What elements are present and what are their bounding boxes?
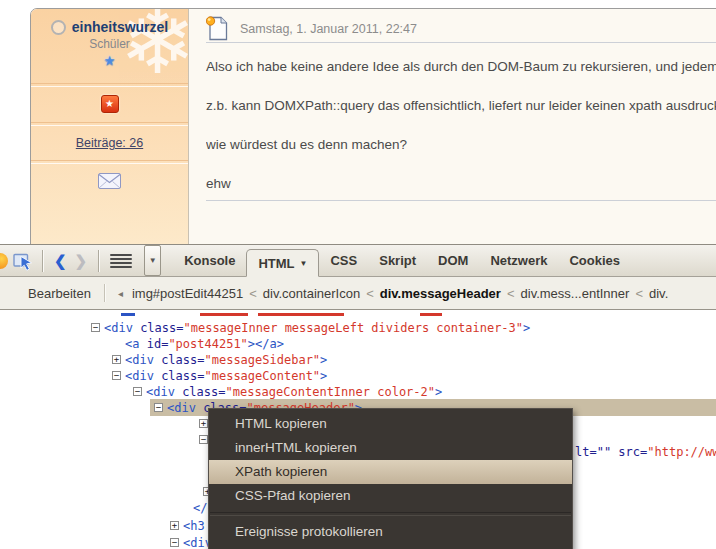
- breadcrumb-bar: Bearbeiten ◂ img#postEdit44251<div.conta…: [0, 277, 716, 310]
- tab-label: HTML: [258, 256, 294, 271]
- back-icon[interactable]: ❮: [50, 252, 71, 270]
- tab-label: Skript: [379, 253, 416, 268]
- clipped-row-fragment: [121, 313, 135, 316]
- tree-node-source: lt="" src="http://ww: [575, 444, 716, 460]
- tree-node-source: <a id="post44251"></a>: [125, 336, 284, 352]
- author-section: einheitswurzel Schüler ★: [31, 9, 188, 83]
- menu-item-innerhtml-kopieren[interactable]: innerHTML kopieren: [209, 436, 572, 460]
- tab-dom[interactable]: DOM: [427, 245, 479, 276]
- forum-post-region: ❄ einheitswurzel Schüler ★ ★ Beiträge: 2…: [0, 0, 716, 244]
- expand-toggle-icon[interactable]: +: [199, 419, 208, 428]
- firebug-icon[interactable]: [0, 253, 8, 269]
- author-name-link[interactable]: einheitswurzel: [72, 19, 168, 35]
- inspect-element-icon[interactable]: [13, 250, 35, 272]
- tab-skript[interactable]: Skript: [368, 245, 427, 276]
- email-icon[interactable]: [98, 173, 121, 189]
- posts-count-link[interactable]: Beiträge: 26: [76, 136, 143, 150]
- breadcrumb-item[interactable]: div.containerIcon: [263, 286, 360, 301]
- tab-html[interactable]: HTML▼: [246, 249, 319, 277]
- expand-toggle-icon[interactable]: −: [91, 323, 100, 332]
- tab-cookies[interactable]: Cookies: [558, 245, 631, 276]
- breadcrumb: img#postEdit44251<div.containerIcon<div.…: [132, 286, 716, 301]
- breadcrumb-item[interactable]: img#postEdit44251: [132, 286, 243, 301]
- menu-separator: [210, 512, 571, 516]
- tab-netzwerk[interactable]: Netzwerk: [479, 245, 558, 276]
- post-body: Also ich habe keine andere Idee als durc…: [206, 43, 716, 191]
- tab-css[interactable]: CSS: [319, 245, 368, 276]
- online-status-icon: [51, 20, 66, 35]
- tree-node-source: <div class="messageSidebar">: [125, 352, 327, 368]
- breadcrumb-chevron: <: [507, 286, 515, 301]
- breadcrumb-item[interactable]: div.mess...entInner: [521, 286, 630, 301]
- post-content: Samstag, 1. Januar 2011, 22:47 Also ich …: [189, 9, 716, 253]
- tree-node-source: <div class="messageInner messageLeft div…: [104, 320, 530, 336]
- clipped-row-fragment: [420, 313, 442, 316]
- clipped-row-fragment: [200, 313, 248, 316]
- firebug-toolbar: ❮ ❯ ▼ KonsoleHTML▼CSSSkriptDOMNetzwerkCo…: [0, 244, 716, 277]
- tree-node-row[interactable]: −<div class="messageContent">: [0, 368, 716, 384]
- post-header: Samstag, 1. Januar 2011, 22:47: [206, 9, 716, 42]
- post-author-sidebar: ❄ einheitswurzel Schüler ★ ★ Beiträge: 2…: [31, 9, 189, 253]
- badge-section: ★: [31, 87, 188, 122]
- tab-konsole[interactable]: Konsole: [173, 245, 246, 276]
- mail-section: [31, 164, 188, 193]
- tree-node-source: <h3: [183, 518, 205, 534]
- expand-toggle-icon[interactable]: +: [170, 521, 179, 530]
- breadcrumb-separator: [104, 284, 105, 302]
- chevron-down-icon[interactable]: ▼: [300, 259, 308, 268]
- award-badge-icon: ★: [101, 95, 119, 113]
- breadcrumb-chevron: <: [635, 286, 643, 301]
- menu-item-ereignisse-protokollieren[interactable]: Ereignisse protokollieren: [209, 520, 572, 544]
- menu-item-xpath-kopieren[interactable]: XPath kopieren: [209, 460, 572, 484]
- posts-section: Beiträge: 26: [31, 126, 188, 160]
- breadcrumb-chevron: <: [249, 286, 257, 301]
- toolbar-separator: [98, 250, 99, 272]
- post-end-divider: [206, 200, 716, 201]
- firebug-panel: ❮ ❯ ▼ KonsoleHTML▼CSSSkriptDOMNetzwerkCo…: [0, 244, 716, 549]
- post-timestamp: Samstag, 1. Januar 2011, 22:47: [240, 22, 417, 36]
- tab-label: DOM: [438, 253, 468, 268]
- menu-icon[interactable]: [110, 254, 132, 268]
- forward-icon[interactable]: ❯: [71, 252, 92, 270]
- tree-node-row[interactable]: −<div class="messageContentInner color-2…: [0, 384, 716, 400]
- tree-node-row[interactable]: −<div class="messageInner messageLeft di…: [0, 320, 716, 336]
- expand-toggle-icon[interactable]: −: [199, 435, 208, 444]
- post-container: ❄ einheitswurzel Schüler ★ ★ Beiträge: 2…: [30, 8, 716, 254]
- firebug-tabs: KonsoleHTML▼CSSSkriptDOMNetzwerkCookies: [173, 245, 631, 276]
- tree-node-row[interactable]: +<div class="messageSidebar">: [0, 352, 716, 368]
- breadcrumb-chevron: <: [366, 286, 374, 301]
- toolbar-separator: [42, 250, 43, 272]
- tree-node-source: <div class="messageContentInner color-2"…: [146, 384, 442, 400]
- breadcrumb-item[interactable]: div.: [649, 286, 668, 301]
- expand-toggle-icon[interactable]: +: [112, 355, 121, 364]
- tree-node-source: <div class="messageContent">: [125, 368, 327, 384]
- post-document-icon[interactable]: [206, 16, 228, 41]
- context-menu: HTML kopiereninnerHTML kopierenXPath kop…: [208, 408, 573, 549]
- clipped-row-fragment: [258, 313, 344, 316]
- menu-item-html-kopieren[interactable]: HTML kopieren: [209, 412, 572, 436]
- post-paragraph: Also ich habe keine andere Idee als durc…: [206, 59, 716, 74]
- breadcrumb-scroll-icon[interactable]: ◂: [118, 288, 123, 299]
- author-rank: Schüler: [31, 37, 188, 51]
- post-paragraph: wie würdest du es denn machen?: [206, 137, 716, 152]
- expand-toggle-icon[interactable]: −: [112, 371, 121, 380]
- tab-label: Konsole: [184, 253, 235, 268]
- tree-node-row[interactable]: <a id="post44251"></a>: [0, 336, 716, 352]
- tab-label: Cookies: [569, 253, 620, 268]
- tab-label: Netzwerk: [490, 253, 547, 268]
- post-paragraph: ehw: [206, 176, 716, 191]
- html-tree: −<div class="messageInner messageLeft di…: [0, 310, 716, 549]
- post-paragraph: z.b. kann DOMXPath::query das offensicht…: [206, 98, 716, 113]
- panel-dropdown-button[interactable]: ▼: [144, 245, 161, 276]
- rank-star-icon: ★: [31, 53, 188, 68]
- menu-item-css-pfad-kopieren[interactable]: CSS-Pfad kopieren: [209, 484, 572, 508]
- expand-toggle-icon[interactable]: −: [154, 403, 163, 412]
- tab-label: CSS: [330, 253, 357, 268]
- expand-toggle-icon[interactable]: −: [133, 387, 142, 396]
- breadcrumb-item[interactable]: div.messageHeader: [380, 286, 501, 301]
- edit-button[interactable]: Bearbeiten: [28, 286, 91, 301]
